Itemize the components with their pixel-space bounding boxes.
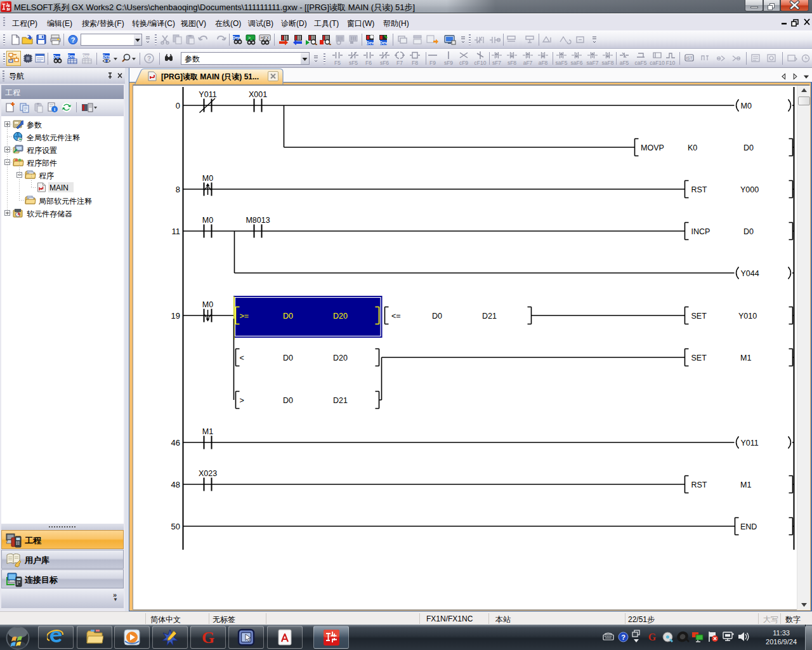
svg-text:X001: X001 (249, 90, 267, 99)
svg-text:Y010: Y010 (738, 312, 757, 321)
svg-text:?: ? (147, 55, 151, 62)
svg-text:D0: D0 (432, 312, 442, 321)
svg-text:?: ? (71, 36, 75, 44)
svg-text:>: > (240, 396, 244, 405)
svg-text:D20: D20 (333, 354, 348, 362)
svg-text:SET: SET (691, 354, 707, 362)
svg-text:M1: M1 (202, 427, 213, 436)
svg-text:M1: M1 (740, 481, 751, 489)
svg-text:48: 48 (171, 480, 180, 489)
svg-text:INCP: INCP (691, 227, 710, 236)
svg-text:Dev: Dev (103, 54, 110, 58)
svg-text:D0: D0 (283, 354, 293, 362)
svg-text:D0: D0 (283, 396, 293, 405)
svg-text:M0: M0 (202, 300, 213, 309)
svg-text:11: 11 (172, 227, 181, 236)
svg-text:M1: M1 (740, 354, 751, 362)
svg-text:Dev: Dev (82, 54, 90, 58)
svg-text:M0: M0 (202, 216, 213, 225)
svg-text:D0: D0 (283, 312, 293, 321)
svg-text:END: END (740, 522, 757, 531)
svg-text:?: ? (621, 633, 625, 641)
svg-text:Y011: Y011 (741, 439, 759, 448)
svg-text:D20: D20 (333, 312, 348, 321)
svg-text:Y000: Y000 (740, 185, 759, 194)
svg-text:Dev: Dev (380, 41, 388, 45)
svg-text:IST: IST (686, 56, 692, 60)
svg-text:0: 0 (176, 101, 180, 110)
svg-text:>=: >= (240, 312, 249, 321)
svg-text:D0: D0 (743, 143, 754, 152)
svg-text:G: G (202, 628, 214, 646)
svg-text:8: 8 (176, 185, 180, 194)
svg-text:D21: D21 (482, 312, 497, 321)
svg-text:X023: X023 (199, 469, 217, 478)
svg-text:HEX: HEX (261, 36, 270, 40)
svg-text:D21: D21 (333, 396, 348, 405)
svg-text:50: 50 (171, 522, 180, 531)
svg-text:SET: SET (691, 312, 707, 321)
svg-text:RST: RST (691, 481, 707, 489)
svg-text:Dev: Dev (367, 41, 374, 45)
svg-text:Y044: Y044 (741, 269, 759, 278)
svg-text:<=: <= (391, 312, 401, 321)
svg-text:K0: K0 (688, 143, 697, 152)
svg-text:i: i (54, 107, 55, 112)
svg-text:M0: M0 (202, 174, 213, 183)
svg-text:M8013: M8013 (246, 216, 270, 225)
svg-text:MOVP: MOVP (641, 143, 664, 152)
svg-text:<: < (240, 354, 244, 362)
svg-text:Y011: Y011 (199, 90, 216, 99)
svg-text:46: 46 (171, 438, 180, 448)
svg-text:D0: D0 (743, 227, 754, 236)
svg-text:19: 19 (171, 311, 180, 321)
svg-text:G: G (648, 632, 657, 642)
svg-text:M0: M0 (741, 102, 752, 110)
svg-text:RST: RST (691, 185, 707, 194)
svg-text:Dev: Dev (68, 54, 75, 58)
